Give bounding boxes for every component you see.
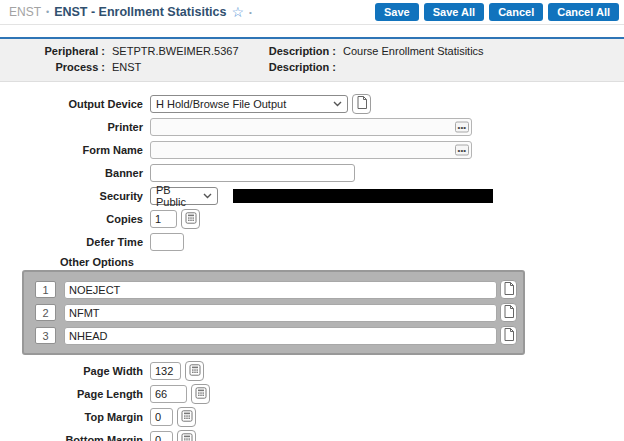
- document-icon: [504, 305, 514, 321]
- defer-time-row: Defer Time: [0, 232, 624, 252]
- output-device-detail-button[interactable]: [352, 94, 371, 114]
- context-dot-icon[interactable]: •: [249, 8, 252, 17]
- copies-label: Copies: [0, 213, 143, 225]
- form-name-input[interactable]: [150, 141, 472, 159]
- process-value: ENST: [112, 59, 258, 75]
- banner-input[interactable]: [150, 164, 355, 182]
- other-option-detail-button-1[interactable]: [500, 280, 517, 299]
- chevron-down-icon: [203, 193, 212, 199]
- other-options-label: Other Options: [60, 256, 624, 268]
- output-device-select[interactable]: H Hold/Browse File Output: [150, 95, 348, 113]
- page-length-calculator-button[interactable]: [191, 384, 210, 404]
- security-redacted-value: [233, 189, 493, 203]
- calculator-icon: [185, 212, 197, 227]
- page-title: ENST - Enrollment Statisitics: [54, 5, 226, 19]
- calculator-icon: [181, 410, 193, 425]
- cancel-button[interactable]: Cancel: [489, 3, 543, 21]
- save-button[interactable]: Save: [375, 3, 419, 21]
- other-option-detail-button-2[interactable]: [500, 303, 517, 322]
- document-icon: [357, 96, 367, 112]
- defer-time-input[interactable]: [150, 233, 184, 251]
- process-info-panel: Peripheral : SETPTR.BWEIMER.5367 Descrip…: [0, 39, 624, 82]
- printer-lookup-ellipsis-icon[interactable]: •••: [455, 122, 469, 133]
- security-row: Security PB Public: [0, 186, 624, 206]
- page-length-row: Page Length: [0, 384, 624, 404]
- cancel-all-button[interactable]: Cancel All: [548, 3, 619, 21]
- peripheral-label: Peripheral :: [0, 43, 105, 59]
- printer-row: Printer •••: [0, 117, 624, 137]
- description-label: Description :: [258, 43, 336, 59]
- info-row: Peripheral : SETPTR.BWEIMER.5367 Descrip…: [0, 43, 624, 59]
- other-option-input-2[interactable]: [64, 304, 497, 322]
- other-option-detail-button-3[interactable]: [500, 326, 517, 345]
- bottom-margin-input[interactable]: [150, 431, 173, 441]
- other-option-row: 2: [30, 303, 517, 322]
- app-code: ENST: [9, 5, 41, 19]
- calculator-icon: [189, 364, 201, 379]
- top-margin-label: Top Margin: [0, 411, 143, 423]
- process-label: Process :: [0, 59, 105, 75]
- description2-label: Description :: [258, 59, 336, 75]
- calculator-icon: [181, 433, 193, 441]
- header-buttons: Save Save All Cancel Cancel All: [375, 3, 619, 21]
- other-option-input-3[interactable]: [64, 327, 497, 345]
- page-width-input[interactable]: [150, 362, 181, 380]
- banner-label: Banner: [0, 167, 143, 179]
- printer-input[interactable]: [150, 118, 472, 136]
- chevron-down-icon: [333, 101, 342, 107]
- description-value: Course Enrollment Statisitics: [343, 43, 484, 59]
- row-number-box: 3: [35, 327, 56, 344]
- bottom-margin-row: Bottom Margin: [0, 430, 624, 441]
- document-icon: [504, 328, 514, 344]
- output-device-value: H Hold/Browse File Output: [156, 98, 286, 110]
- page-width-calculator-button[interactable]: [185, 361, 204, 381]
- document-icon: [504, 282, 514, 298]
- top-margin-row: Top Margin: [0, 407, 624, 427]
- header-bar: ENST • ENST - Enrollment Statisitics ☆ •…: [0, 0, 624, 25]
- page-length-input[interactable]: [150, 385, 187, 403]
- top-margin-calculator-button[interactable]: [177, 407, 196, 427]
- page-width-label: Page Width: [0, 365, 143, 377]
- row-number-box: 2: [35, 304, 56, 321]
- calculator-icon: [195, 387, 207, 402]
- printer-label: Printer: [0, 121, 143, 133]
- bottom-margin-calculator-button[interactable]: [177, 430, 196, 441]
- output-device-row: Output Device H Hold/Browse File Output: [0, 94, 624, 114]
- copies-input[interactable]: [150, 210, 177, 228]
- row-number-box: 1: [35, 281, 56, 298]
- form-name-label: Form Name: [0, 144, 143, 156]
- other-option-row: 1: [30, 280, 517, 299]
- top-margin-input[interactable]: [150, 408, 173, 426]
- security-value: PB Public: [156, 184, 197, 208]
- security-label: Security: [0, 190, 143, 202]
- favorite-star-icon[interactable]: ☆: [231, 5, 244, 19]
- bullet-separator-icon: •: [46, 7, 49, 17]
- banner-row: Banner: [0, 163, 624, 183]
- page-width-row: Page Width: [0, 361, 624, 381]
- peripheral-value: SETPTR.BWEIMER.5367: [112, 43, 258, 59]
- other-option-row: 3: [30, 326, 517, 345]
- defer-time-label: Defer Time: [0, 236, 143, 248]
- title-group: ENST • ENST - Enrollment Statisitics ☆ •: [9, 5, 252, 19]
- copies-calculator-button[interactable]: [181, 209, 200, 229]
- other-option-input-1[interactable]: [64, 281, 497, 299]
- security-select[interactable]: PB Public: [150, 187, 218, 205]
- page-length-label: Page Length: [0, 388, 143, 400]
- output-device-label: Output Device: [0, 98, 143, 110]
- save-all-button[interactable]: Save All: [424, 3, 484, 21]
- copies-row: Copies: [0, 209, 624, 229]
- form-name-lookup-ellipsis-icon[interactable]: •••: [455, 145, 469, 156]
- setptr-form: Output Device H Hold/Browse File Output …: [0, 82, 624, 441]
- bottom-margin-label: Bottom Margin: [0, 434, 143, 441]
- info-row: Process : ENST Description :: [0, 59, 624, 75]
- other-options-groupbox: 1 2 3: [22, 270, 525, 355]
- form-name-row: Form Name •••: [0, 140, 624, 160]
